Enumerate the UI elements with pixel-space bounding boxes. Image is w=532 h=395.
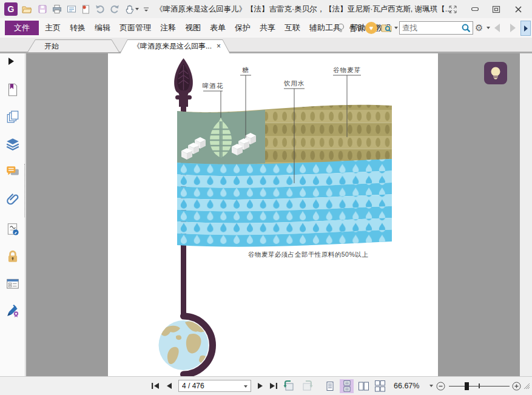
digital-signatures-icon[interactable] bbox=[5, 222, 20, 237]
hand-tool-caret[interactable] bbox=[135, 8, 139, 10]
first-page-button[interactable] bbox=[149, 377, 161, 395]
sign-icon[interactable] bbox=[5, 303, 20, 318]
title-bar: G 《啤酒原来是这么回事儿》【法】吉雷克·奥贝尔，【法】亚尼斯·瓦卢西克 bbox=[0, 0, 532, 18]
label-sugar: 糖 bbox=[242, 66, 249, 73]
print-icon[interactable] bbox=[51, 3, 63, 15]
menu-item-form[interactable]: 表单 bbox=[210, 22, 226, 33]
tell-me-label[interactable]: 告诉 bbox=[349, 24, 365, 34]
menu-item-connect[interactable]: 互联 bbox=[285, 22, 300, 33]
lightbulb-icon bbox=[489, 66, 502, 81]
document-canvas[interactable]: 啤酒花 糖 饮用水 谷物麦芽 谷物麦芽必须占全部 bbox=[26, 53, 520, 376]
arrange-windows-icon[interactable] bbox=[446, 4, 459, 15]
status-bar: 66.67% bbox=[0, 376, 532, 395]
page-number-caret[interactable] bbox=[244, 385, 247, 388]
zoom-in-button[interactable] bbox=[511, 377, 521, 395]
favorite-heart-icon[interactable]: ♥ bbox=[365, 22, 377, 34]
navigation-panel bbox=[0, 53, 25, 376]
menu-bar: 文件 主页 转换 编辑 页面管理 注释 视图 表单 保护 共享 互联 辅助工具 … bbox=[0, 18, 532, 38]
panel-resize-handle[interactable] bbox=[24, 164, 25, 217]
zoom-slider-center-tick bbox=[479, 383, 480, 388]
menu-item-share[interactable]: 共享 bbox=[260, 22, 275, 33]
search-input[interactable] bbox=[402, 22, 458, 33]
page-number-input[interactable] bbox=[182, 381, 243, 391]
settings-gear-caret[interactable] bbox=[487, 27, 490, 29]
next-page-button[interactable] bbox=[255, 377, 266, 395]
folder-search-caret[interactable] bbox=[394, 27, 398, 29]
page-number-box bbox=[178, 380, 251, 392]
customize-toolbar-icon[interactable] bbox=[140, 3, 152, 15]
settings-gear-icon[interactable]: ⚙ bbox=[475, 22, 483, 33]
globe bbox=[159, 316, 213, 374]
tab-close-icon[interactable]: × bbox=[217, 42, 221, 50]
menu-item-convert[interactable]: 转换 bbox=[70, 22, 86, 33]
menu-file-button[interactable]: 文件 bbox=[5, 21, 39, 35]
undo-icon[interactable] bbox=[94, 3, 106, 15]
menu-item-home[interactable]: 主页 bbox=[45, 22, 61, 33]
document-tab-bar: 开始 《啤酒原来是这么回事... × bbox=[0, 38, 532, 53]
menu-item-organize[interactable]: 页面管理 bbox=[120, 22, 151, 33]
tab-document-label: 《啤酒原来是这么回事... bbox=[120, 41, 231, 52]
previous-view-button[interactable] bbox=[281, 377, 296, 395]
expand-panel-arrow-icon[interactable] bbox=[7, 57, 22, 72]
save-icon[interactable] bbox=[36, 3, 49, 15]
hand-tool-icon[interactable] bbox=[123, 3, 135, 15]
resize-grip[interactable] bbox=[522, 377, 531, 395]
zoom-dropdown-caret[interactable] bbox=[429, 385, 433, 387]
layers-icon[interactable] bbox=[5, 137, 20, 152]
search-magnifier-icon[interactable] bbox=[461, 23, 471, 33]
prev-page-button[interactable] bbox=[164, 377, 175, 395]
comments-icon[interactable] bbox=[5, 164, 20, 179]
maximize-icon[interactable] bbox=[490, 4, 502, 15]
zoom-percent[interactable]: 66.67% bbox=[394, 382, 419, 390]
redo-icon[interactable] bbox=[109, 3, 121, 15]
nav-forward-icon[interactable] bbox=[510, 24, 516, 32]
page-thumbnails-icon[interactable] bbox=[5, 110, 20, 124]
attachments-icon[interactable] bbox=[5, 192, 20, 206]
assistant-lightbulb-button[interactable] bbox=[484, 62, 507, 84]
search-box bbox=[399, 21, 473, 35]
menu-item-edit[interactable]: 编辑 bbox=[95, 22, 110, 33]
folder-search-icon[interactable] bbox=[381, 22, 393, 36]
label-water: 饮用水 bbox=[284, 79, 305, 87]
fields-icon[interactable] bbox=[5, 277, 20, 291]
minimize-icon[interactable] bbox=[469, 4, 481, 15]
bookmarks-icon[interactable] bbox=[5, 83, 20, 97]
zoom-out-button[interactable] bbox=[436, 377, 445, 395]
flag-finial bbox=[174, 58, 193, 107]
menu-item-view[interactable]: 视图 bbox=[185, 22, 201, 33]
illustration-caption: 谷物麦芽必须占全部干性原料的50%以上 bbox=[248, 251, 369, 258]
water-section bbox=[177, 159, 392, 247]
main-area: 啤酒花 糖 饮用水 谷物麦芽 谷物麦芽必须占全部 bbox=[0, 53, 532, 376]
single-page-view-button[interactable] bbox=[323, 379, 337, 393]
expand-more-icon[interactable] bbox=[520, 21, 531, 36]
email-document-icon[interactable] bbox=[66, 3, 78, 15]
create-document-icon[interactable] bbox=[79, 3, 92, 15]
tab-start-label: 开始 bbox=[27, 41, 120, 52]
menu-item-protect[interactable]: 保护 bbox=[235, 22, 251, 33]
open-folder-icon[interactable] bbox=[21, 3, 33, 15]
pdf-page[interactable]: 啤酒花 糖 饮用水 谷物麦芽 谷物麦芽必须占全部 bbox=[108, 53, 438, 376]
next-view-button[interactable] bbox=[300, 377, 314, 395]
application-window: G 《啤酒原来是这么回事儿》【法】吉雷克·奥贝尔，【法】亚尼斯·瓦卢西克 bbox=[0, 0, 532, 395]
menu-item-comment[interactable]: 注释 bbox=[160, 22, 176, 33]
label-malt: 谷物麦芽 bbox=[333, 66, 361, 73]
window-title: 《啤酒原来是这么回事儿》【法】吉雷克·奥贝尔，【法】亚尼斯·瓦卢西克斯, 谢珮琪… bbox=[155, 4, 451, 15]
tab-document[interactable]: 《啤酒原来是这么回事... × bbox=[120, 39, 231, 54]
tell-me-bulb-icon[interactable] bbox=[335, 22, 346, 36]
zoom-slider-handle[interactable] bbox=[465, 382, 469, 390]
facing-view-button[interactable] bbox=[357, 379, 371, 393]
nav-back-icon[interactable] bbox=[494, 24, 500, 32]
continuous-view-button[interactable] bbox=[340, 379, 354, 393]
label-hops: 啤酒花 bbox=[203, 82, 224, 89]
tab-start[interactable]: 开始 bbox=[27, 39, 120, 52]
app-logo-icon[interactable]: G bbox=[4, 2, 18, 16]
security-icon[interactable] bbox=[5, 249, 20, 264]
last-page-button[interactable] bbox=[268, 377, 280, 395]
close-icon[interactable] bbox=[512, 4, 524, 15]
beer-ingredients-illustration: 啤酒花 糖 饮用水 谷物麦芽 谷物麦芽必须占全部 bbox=[108, 53, 438, 376]
continuous-facing-view-button[interactable] bbox=[373, 379, 387, 393]
